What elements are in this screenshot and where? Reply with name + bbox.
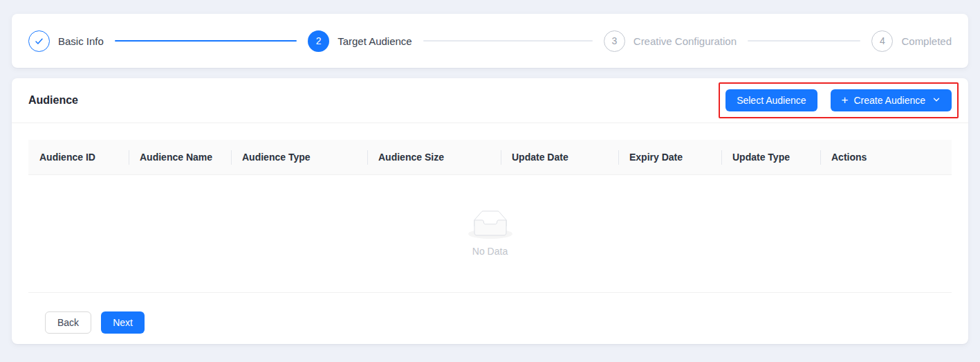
step-creative-configuration[interactable]: 3 Creative Configuration: [604, 30, 737, 52]
step-2-circle: 2: [308, 30, 329, 52]
check-icon: [34, 36, 44, 46]
step-basic-info[interactable]: Basic Info: [28, 30, 104, 52]
plus-icon: +: [842, 94, 849, 106]
next-button[interactable]: Next: [101, 311, 145, 334]
audience-panel-header: Audience Select Audience + Create Audien…: [12, 78, 968, 123]
step-connector-1: [115, 40, 297, 42]
step-1-check-circle: [28, 30, 50, 52]
step-4-label: Completed: [901, 35, 952, 47]
create-audience-label: Create Audience: [853, 95, 925, 106]
audience-table: Audience ID Audience Name Audience Type …: [12, 123, 968, 344]
column-header-update-type: Update Type: [721, 140, 820, 174]
wizard-navigation: Back Next: [28, 293, 952, 344]
step-connector-3: [748, 40, 860, 42]
column-header-expiry-date: Expiry Date: [618, 140, 721, 174]
column-header-audience-id: Audience ID: [28, 140, 129, 174]
step-4-circle: 4: [871, 30, 893, 52]
page-title: Audience: [28, 94, 78, 107]
column-header-audience-type: Audience Type: [231, 140, 367, 174]
step-3-label: Creative Configuration: [634, 35, 737, 47]
step-completed[interactable]: 4 Completed: [871, 30, 952, 52]
audience-panel: Audience Select Audience + Create Audien…: [12, 78, 968, 344]
step-2-label: Target Audience: [338, 35, 412, 47]
no-data-label: No Data: [472, 246, 508, 257]
column-header-audience-name: Audience Name: [129, 140, 231, 174]
table-header-row: Audience ID Audience Name Audience Type …: [28, 140, 952, 175]
step-1-label: Basic Info: [58, 35, 104, 47]
step-3-circle: 3: [604, 30, 625, 52]
select-audience-button[interactable]: Select Audience: [725, 89, 817, 111]
column-header-actions: Actions: [820, 140, 952, 174]
step-target-audience[interactable]: 2 Target Audience: [308, 30, 412, 52]
step-connector-2: [423, 40, 593, 42]
red-annotation-box: Select Audience + Create Audience: [719, 82, 959, 118]
empty-inbox-icon: [468, 210, 512, 239]
table-empty-state: No Data: [28, 175, 952, 293]
column-header-audience-size: Audience Size: [367, 140, 501, 174]
column-header-update-date: Update Date: [501, 140, 618, 174]
wizard-stepper: Basic Info 2 Target Audience 3 Creative …: [12, 14, 968, 68]
chevron-down-icon: [932, 95, 941, 106]
back-button[interactable]: Back: [45, 311, 91, 334]
create-audience-button[interactable]: + Create Audience: [831, 89, 952, 111]
